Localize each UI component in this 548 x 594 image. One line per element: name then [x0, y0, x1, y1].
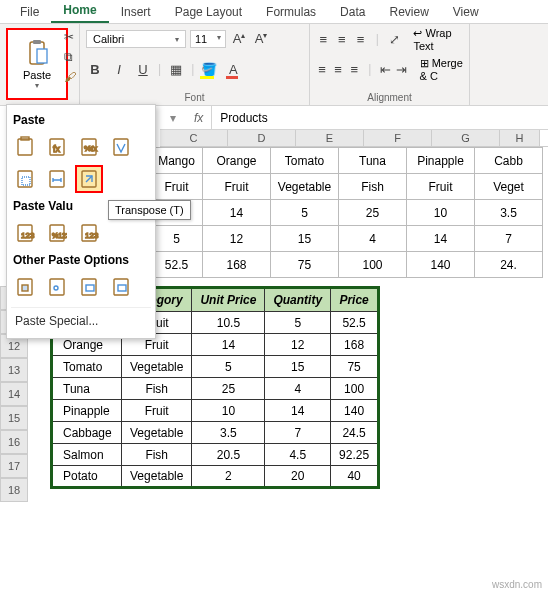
wrap-text-button[interactable]: ↩ Wrap Text: [413, 27, 463, 52]
font-size-selector[interactable]: 11 ▾: [190, 30, 226, 48]
tab-review[interactable]: Review: [377, 1, 440, 23]
table-row[interactable]: SalmonFish20.54.592.25: [52, 444, 379, 466]
row-header[interactable]: 18: [0, 478, 28, 502]
cell[interactable]: 168: [203, 252, 271, 278]
cell[interactable]: 20: [265, 466, 331, 488]
cell[interactable]: 2: [192, 466, 265, 488]
cell[interactable]: Pinapple: [52, 400, 122, 422]
cell[interactable]: 75: [271, 252, 339, 278]
paste-option-formatting[interactable]: [11, 273, 39, 301]
table-row[interactable]: PinappleFruit1014140: [52, 400, 379, 422]
cell[interactable]: 20.5: [192, 444, 265, 466]
dropdown-icon[interactable]: ▾: [160, 111, 186, 125]
cell[interactable]: Fish: [122, 378, 192, 400]
paste-button[interactable]: Paste ▾: [6, 28, 68, 100]
col-header[interactable]: H: [500, 130, 540, 146]
cell[interactable]: Tuna: [339, 148, 407, 174]
cell[interactable]: 5: [192, 356, 265, 378]
cell[interactable]: Tuna: [52, 378, 122, 400]
cell[interactable]: 3.5: [475, 200, 543, 226]
indent-increase-icon[interactable]: ⇥: [396, 62, 408, 77]
font-color-icon[interactable]: A: [224, 62, 242, 77]
cell[interactable]: Cabb: [475, 148, 543, 174]
align-center-icon[interactable]: ≡: [332, 62, 344, 77]
paste-option-transpose[interactable]: [75, 165, 103, 193]
cell[interactable]: 15: [271, 226, 339, 252]
cell[interactable]: 3.5: [192, 422, 265, 444]
cell[interactable]: Vegetable: [122, 422, 192, 444]
paste-option-values-source[interactable]: 123: [75, 219, 103, 247]
cell[interactable]: Tomato: [271, 148, 339, 174]
table-row[interactable]: PotatoVegetable22040: [52, 466, 379, 488]
cell[interactable]: 52.5: [151, 252, 203, 278]
cell[interactable]: 14: [203, 200, 271, 226]
table-row[interactable]: CabbageVegetable3.5724.5: [52, 422, 379, 444]
borders-icon[interactable]: ▦: [167, 62, 185, 77]
row-header[interactable]: 14: [0, 382, 28, 406]
cell[interactable]: 4: [265, 378, 331, 400]
cell[interactable]: Tomato: [52, 356, 122, 378]
cell[interactable]: 14: [265, 400, 331, 422]
cell[interactable]: 14: [407, 226, 475, 252]
cell[interactable]: Vegetable: [271, 174, 339, 200]
table-row[interactable]: TunaFish254100: [52, 378, 379, 400]
cell[interactable]: 14: [192, 334, 265, 356]
cell[interactable]: 140: [407, 252, 475, 278]
formula-input[interactable]: Products: [212, 111, 548, 125]
paste-option-all[interactable]: [11, 133, 39, 161]
cell[interactable]: 25: [192, 378, 265, 400]
cell[interactable]: 25: [339, 200, 407, 226]
cell[interactable]: 100: [331, 378, 379, 400]
cell[interactable]: Fish: [339, 174, 407, 200]
cell[interactable]: 7: [475, 226, 543, 252]
col-header[interactable]: C: [160, 130, 228, 146]
paste-option-linked-picture[interactable]: [107, 273, 135, 301]
cell[interactable]: 4: [339, 226, 407, 252]
align-left-icon[interactable]: ≡: [316, 62, 328, 77]
row-header[interactable]: 16: [0, 430, 28, 454]
tab-page-layout[interactable]: Page Layout: [163, 1, 254, 23]
tab-home[interactable]: Home: [51, 0, 108, 23]
tab-file[interactable]: File: [8, 1, 51, 23]
cell[interactable]: Fruit: [151, 174, 203, 200]
cell[interactable]: Potato: [52, 466, 122, 488]
row-header[interactable]: 17: [0, 454, 28, 478]
col-header[interactable]: G: [432, 130, 500, 146]
table-row[interactable]: TomatoVegetable51575: [52, 356, 379, 378]
pasted-transposed-range[interactable]: MangoOrangeTomatoTunaPinappleCabbFruitFr…: [150, 147, 543, 278]
format-painter-icon[interactable]: 🖌: [64, 70, 76, 84]
cell[interactable]: Salmon: [52, 444, 122, 466]
align-top-icon[interactable]: ≡: [316, 32, 331, 47]
cell[interactable]: Veget: [475, 174, 543, 200]
cell[interactable]: Fish: [122, 444, 192, 466]
cell[interactable]: Vegetable: [122, 466, 192, 488]
cell[interactable]: 15: [265, 356, 331, 378]
cell[interactable]: 5: [151, 226, 203, 252]
copy-icon[interactable]: ⧉: [64, 50, 76, 64]
cell[interactable]: 40: [331, 466, 379, 488]
cell[interactable]: 12: [265, 334, 331, 356]
table-header[interactable]: Unit Price: [192, 288, 265, 312]
cell[interactable]: 5: [265, 312, 331, 334]
cell[interactable]: 12: [203, 226, 271, 252]
cell[interactable]: Pinapple: [407, 148, 475, 174]
font-name-selector[interactable]: Calibri ▾: [86, 30, 186, 48]
indent-decrease-icon[interactable]: ⇤: [379, 62, 391, 77]
cell[interactable]: 5: [271, 200, 339, 226]
tab-formulas[interactable]: Formulas: [254, 1, 328, 23]
col-header[interactable]: F: [364, 130, 432, 146]
cell[interactable]: Fruit: [203, 174, 271, 200]
cell[interactable]: 24.: [475, 252, 543, 278]
orientation-icon[interactable]: ⤢: [387, 32, 402, 47]
fill-color-icon[interactable]: 🪣: [200, 62, 218, 77]
merge-center-button[interactable]: ⊞ Merge & C: [420, 57, 463, 82]
decrease-font-icon[interactable]: A▾: [252, 31, 270, 46]
col-header[interactable]: E: [296, 130, 364, 146]
cell[interactable]: 52.5: [331, 312, 379, 334]
paste-option-picture[interactable]: [75, 273, 103, 301]
cell[interactable]: 4.5: [265, 444, 331, 466]
cut-icon[interactable]: ✂: [64, 30, 76, 44]
align-right-icon[interactable]: ≡: [348, 62, 360, 77]
tab-view[interactable]: View: [441, 1, 491, 23]
paste-option-column-widths[interactable]: [43, 165, 71, 193]
